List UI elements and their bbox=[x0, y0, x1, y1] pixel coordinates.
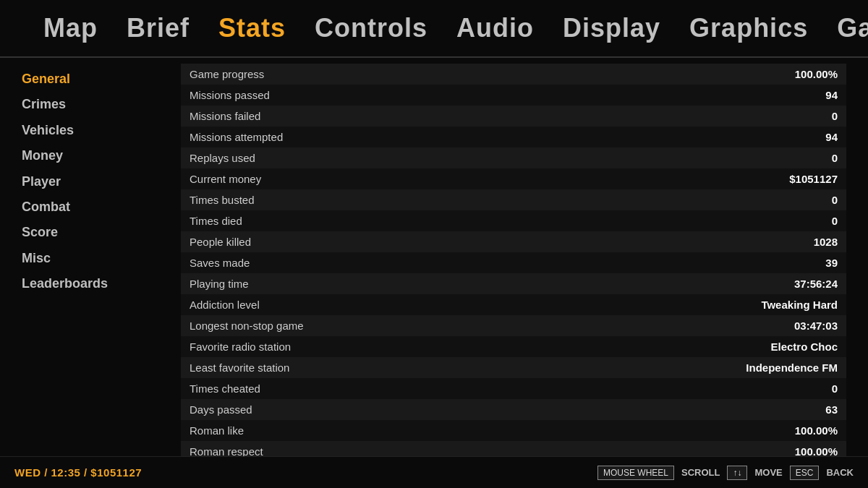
stat-label: Days passed bbox=[190, 403, 252, 416]
move-label: MOVE bbox=[754, 467, 782, 478]
stat-row: Favorite radio stationElectro Choc bbox=[181, 336, 846, 357]
stat-value: 100.00% bbox=[795, 445, 838, 456]
stat-value: Electro Choc bbox=[770, 341, 838, 353]
sidebar-item-misc[interactable]: Misc bbox=[22, 250, 152, 267]
arrows-key: ↑↓ bbox=[727, 466, 747, 480]
footer: WED / 12:35 / $1051127 MOUSE WHEEL SCROL… bbox=[0, 456, 868, 488]
stat-label: Times cheated bbox=[190, 382, 260, 395]
sidebar-item-leaderboards[interactable]: Leaderboards bbox=[22, 275, 152, 292]
stat-value: 0 bbox=[832, 152, 838, 164]
sidebar-item-money[interactable]: Money bbox=[22, 147, 152, 164]
stat-label: People killed bbox=[190, 236, 251, 248]
stat-value: Independence FM bbox=[746, 361, 838, 374]
main-content: GeneralCrimesVehiclesMoneyPlayerCombatSc… bbox=[0, 58, 868, 456]
stat-label: Game progress bbox=[190, 68, 264, 80]
stat-row: Missions attempted94 bbox=[181, 127, 846, 147]
stat-label: Favorite radio station bbox=[190, 341, 291, 353]
stat-row: Current money$1051127 bbox=[181, 168, 846, 189]
stat-row: Longest non-stop game03:47:03 bbox=[181, 315, 846, 336]
stat-label: Replays used bbox=[190, 152, 255, 164]
stat-label: Longest non-stop game bbox=[190, 320, 304, 332]
stat-row: Times cheated0 bbox=[181, 378, 846, 399]
sidebar-item-player[interactable]: Player bbox=[22, 174, 152, 190]
stat-label: Missions attempted bbox=[190, 131, 283, 143]
sidebar-item-score[interactable]: Score bbox=[22, 224, 152, 241]
stat-row: Missions passed94 bbox=[181, 85, 846, 106]
stat-label: Missions failed bbox=[190, 110, 260, 122]
stat-row: Roman respect100.00% bbox=[181, 441, 846, 456]
stat-label: Saves made bbox=[190, 257, 250, 269]
footer-controls: MOUSE WHEEL SCROLL ↑↓ MOVE ESC BACK bbox=[597, 466, 854, 480]
back-label: BACK bbox=[826, 467, 854, 478]
stats-panel: Game progress100.00%Missions passed94Mis… bbox=[174, 58, 868, 456]
stat-label: Times died bbox=[190, 215, 242, 227]
stat-row: Replays used0 bbox=[181, 147, 846, 168]
stat-value: 63 bbox=[825, 403, 838, 416]
stat-label: Current money bbox=[190, 173, 261, 185]
stat-value: 0 bbox=[832, 110, 838, 122]
nav-item-graphics[interactable]: Graphics bbox=[689, 13, 808, 43]
stat-row: Saves made39 bbox=[181, 252, 846, 273]
esc-key: ESC bbox=[790, 466, 820, 480]
sidebar-item-vehicles[interactable]: Vehicles bbox=[22, 122, 152, 139]
stat-value: 1028 bbox=[814, 236, 838, 248]
stat-row: Addiction levelTweaking Hard bbox=[181, 294, 846, 315]
stat-row: People killed1028 bbox=[181, 231, 846, 252]
stat-label: Missions passed bbox=[190, 89, 270, 101]
stat-label: Playing time bbox=[190, 278, 249, 290]
stat-value: 100.00% bbox=[795, 424, 838, 437]
stat-value: 0 bbox=[832, 382, 838, 395]
nav-item-stats[interactable]: Stats bbox=[218, 13, 286, 43]
stat-row: Game progress100.00% bbox=[181, 64, 846, 85]
stat-value: 03:47:03 bbox=[794, 320, 838, 332]
stat-value: 94 bbox=[825, 131, 838, 143]
stat-row: Roman like100.00% bbox=[181, 420, 846, 441]
stat-row: Days passed63 bbox=[181, 399, 846, 420]
sidebar-item-general[interactable]: General bbox=[22, 71, 152, 87]
sidebar-item-crimes[interactable]: Crimes bbox=[22, 96, 152, 113]
nav-item-controls[interactable]: Controls bbox=[315, 13, 427, 43]
sidebar: GeneralCrimesVehiclesMoneyPlayerCombatSc… bbox=[0, 58, 174, 456]
stat-label: Times busted bbox=[190, 194, 254, 206]
stat-label: Roman like bbox=[190, 424, 244, 437]
nav-item-game[interactable]: Game bbox=[837, 13, 868, 43]
stat-label: Roman respect bbox=[190, 445, 263, 456]
sidebar-item-combat[interactable]: Combat bbox=[22, 199, 152, 215]
nav-item-brief[interactable]: Brief bbox=[127, 13, 190, 43]
nav-bar: MapBriefStatsControlsAudioDisplayGraphic… bbox=[0, 0, 868, 58]
stat-value: 100.00% bbox=[795, 68, 838, 80]
stat-row: Playing time37:56:24 bbox=[181, 273, 846, 294]
stat-value: $1051127 bbox=[789, 173, 838, 185]
stat-value: Tweaking Hard bbox=[761, 299, 838, 311]
footer-status: WED / 12:35 / $1051127 bbox=[14, 466, 142, 479]
stat-row: Times busted0 bbox=[181, 189, 846, 210]
stat-label: Addiction level bbox=[190, 299, 260, 311]
stat-value: 0 bbox=[832, 194, 838, 206]
nav-item-display[interactable]: Display bbox=[563, 13, 660, 43]
stat-value: 0 bbox=[832, 215, 838, 227]
nav-item-audio[interactable]: Audio bbox=[456, 13, 534, 43]
stat-value: 94 bbox=[825, 89, 838, 101]
nav-item-map[interactable]: Map bbox=[43, 13, 98, 43]
stat-row: Missions failed0 bbox=[181, 106, 846, 127]
stat-value: 37:56:24 bbox=[794, 278, 838, 290]
scroll-label: SCROLL bbox=[681, 467, 720, 478]
stat-row: Times died0 bbox=[181, 210, 846, 231]
stat-row: Least favorite stationIndependence FM bbox=[181, 357, 846, 378]
mouse-wheel-key: MOUSE WHEEL bbox=[597, 466, 674, 480]
stat-value: 39 bbox=[825, 257, 838, 269]
stat-label: Least favorite station bbox=[190, 361, 289, 374]
